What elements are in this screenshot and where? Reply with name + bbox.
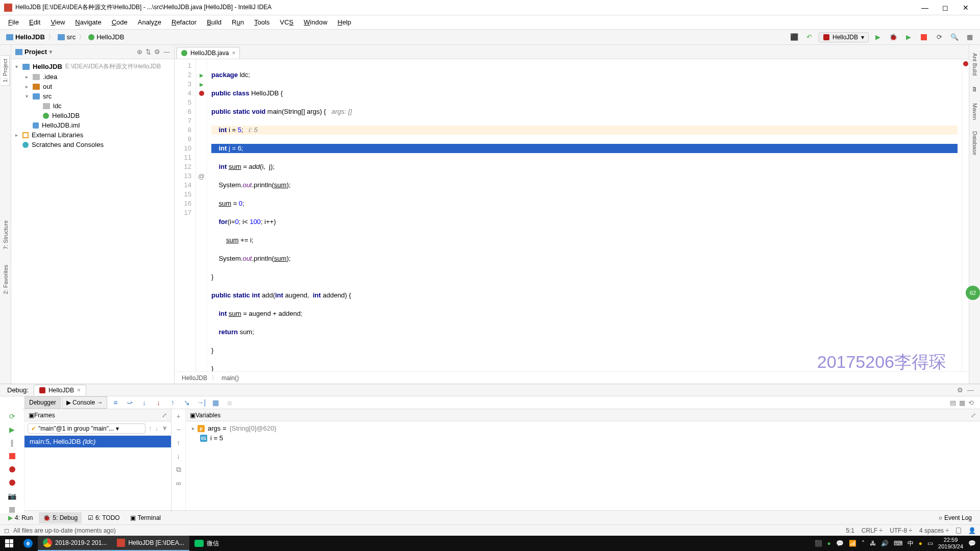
breadcrumb-root[interactable]: HelloJDB: [4, 33, 47, 41]
restore-icon[interactable]: ⤢: [971, 412, 976, 419]
taskbar-chrome[interactable]: 2018-2019-2 201...: [38, 536, 112, 551]
minimize-button[interactable]: —: [915, 0, 935, 15]
crumb-method[interactable]: main(): [222, 374, 239, 382]
menu-code[interactable]: Code: [107, 16, 133, 28]
floating-ball[interactable]: 62: [966, 286, 980, 300]
link-icon[interactable]: ∞: [176, 479, 181, 487]
crumb-class[interactable]: HelloJDB: [182, 374, 207, 382]
next-frame-icon[interactable]: ↓: [155, 424, 159, 432]
mute-breakpoints-icon[interactable]: [8, 479, 16, 487]
caret-position[interactable]: 5:1: [846, 527, 854, 534]
tray-icon[interactable]: ●: [919, 540, 922, 547]
favorites-tool-tab[interactable]: 2: Favorites: [2, 262, 10, 297]
tray-network-icon[interactable]: 🖧: [870, 540, 876, 547]
maven-tool-tab-label[interactable]: Maven: [971, 100, 979, 123]
tree-root[interactable]: ▾HelloJDBE:\IDEA\IDEA各种源文件\HelloJDB: [11, 61, 174, 72]
step-into-icon[interactable]: ↓: [138, 396, 150, 409]
debug-tool-window[interactable]: 🐞 5: Debug: [39, 512, 82, 523]
tree-idea[interactable]: ▸.idea: [11, 72, 174, 82]
tool-windows-icon[interactable]: ◻: [4, 527, 9, 534]
breakpoint-icon[interactable]: [199, 91, 204, 96]
menu-view[interactable]: View: [45, 16, 70, 28]
tray-volume-icon[interactable]: 🔊: [881, 540, 889, 547]
up-icon[interactable]: ↑: [177, 439, 180, 447]
debug-button[interactable]: 🐞: [887, 31, 899, 43]
tray-icon[interactable]: ▭: [927, 540, 933, 547]
nav-back-icon[interactable]: ↶: [803, 31, 816, 43]
taskbar-wechat[interactable]: 微信: [189, 536, 224, 551]
run-config-selector[interactable]: HelloJDB ▾: [819, 32, 869, 42]
get-thread-dump-icon[interactable]: 📷: [8, 492, 16, 500]
restore-layout-icon[interactable]: ⟲: [968, 399, 974, 407]
debugger-tab[interactable]: Debugger: [24, 396, 61, 409]
code-content[interactable]: package ldc; public class HelloJDB { pub…: [207, 59, 962, 371]
menu-tools[interactable]: Tools: [249, 16, 275, 28]
debug-session-tab[interactable]: HelloJDB ×: [34, 385, 86, 395]
breadcrumb-src[interactable]: src: [56, 33, 78, 41]
stack-frame[interactable]: main:5, HelloJDB (ldc): [24, 436, 171, 447]
taskbar-clock[interactable]: 22:59 2019/3/24: [938, 537, 963, 550]
ant-tool-tab[interactable]: Ant Build: [971, 50, 979, 79]
run-to-cursor-icon[interactable]: →|: [195, 396, 207, 409]
menu-navigate[interactable]: Navigate: [70, 16, 106, 28]
step-out-icon[interactable]: ↑: [166, 396, 179, 409]
gear-icon[interactable]: ⚙: [154, 48, 160, 56]
layout-icon2[interactable]: ▦: [959, 399, 965, 407]
tree-ldc[interactable]: ldc: [11, 101, 174, 111]
update-button[interactable]: ⟳: [933, 31, 945, 43]
variable-row[interactable]: ▸pargs = {String[0]@620}: [190, 423, 976, 433]
force-step-into-icon[interactable]: ↓: [152, 396, 164, 409]
variable-row[interactable]: 01i = 5: [190, 433, 976, 443]
run-gutter-icon[interactable]: ▶: [200, 82, 204, 87]
coverage-button[interactable]: ▶: [902, 31, 915, 43]
gear-icon[interactable]: ⚙: [957, 386, 963, 394]
tree-hellojdb-class[interactable]: HelloJDB: [11, 111, 174, 120]
menu-edit[interactable]: Edit: [24, 16, 45, 28]
console-tab[interactable]: ▶ Console →: [62, 396, 108, 409]
maximize-button[interactable]: ◻: [935, 0, 955, 15]
file-tab[interactable]: HelloJDB.java ×: [177, 47, 240, 59]
override-icon[interactable]: @: [198, 172, 205, 180]
run-gutter-icon[interactable]: ▶: [200, 72, 204, 78]
error-stripe[interactable]: [962, 59, 969, 371]
project-tool-tab[interactable]: 1: Project: [1, 55, 10, 86]
maven-tool-tab[interactable]: m: [971, 84, 979, 95]
view-breakpoints-icon[interactable]: [8, 465, 16, 473]
menu-vcs[interactable]: VCS: [275, 16, 299, 28]
taskbar-edge[interactable]: e: [18, 536, 38, 551]
thread-selector[interactable]: ✔ "main"@1 in group "main"... ▾: [28, 423, 145, 434]
tree-out[interactable]: ▸out: [11, 82, 174, 91]
menu-refactor[interactable]: Refactor: [166, 16, 202, 28]
copy-icon[interactable]: ⧉: [176, 465, 181, 474]
tree-iml[interactable]: HelloJDB.iml: [11, 120, 174, 130]
add-icon[interactable]: +: [176, 412, 180, 420]
code-editor[interactable]: 1234567891011121314151617 ▶ ▶ @ package …: [175, 59, 969, 371]
close-button[interactable]: ✕: [955, 0, 976, 15]
settings-button[interactable]: ▦: [964, 31, 976, 43]
indent-setting[interactable]: 4 spaces ÷: [919, 527, 949, 534]
tree-external-libs[interactable]: ▸External Libraries: [11, 130, 174, 140]
filter-icon[interactable]: ▼: [161, 424, 168, 432]
line-separator[interactable]: CRLF ÷: [862, 527, 883, 534]
taskbar-intellij[interactable]: HelloJDB [E:\IDEA...: [112, 536, 189, 551]
menu-file[interactable]: File: [3, 16, 24, 28]
inspections-icon[interactable]: 👤: [968, 527, 976, 534]
tree-src[interactable]: ▾src: [11, 91, 174, 101]
resume-button[interactable]: ▶: [8, 425, 16, 434]
database-tool-tab[interactable]: Database: [971, 128, 979, 158]
error-marker[interactable]: [963, 61, 968, 66]
terminal-tool-window[interactable]: ▣ Terminal: [126, 512, 165, 523]
todo-tool-window[interactable]: ☑ 6: TODO: [84, 512, 124, 523]
tray-icon[interactable]: ●: [827, 540, 831, 547]
start-button[interactable]: [0, 536, 18, 551]
hide-icon[interactable]: —: [163, 48, 170, 56]
tray-ime[interactable]: 中: [908, 539, 914, 548]
layout-icon[interactable]: ▤: [950, 399, 956, 407]
pause-button[interactable]: ‖: [8, 439, 16, 447]
search-button[interactable]: 🔍: [948, 31, 961, 43]
stop-button[interactable]: [918, 31, 930, 43]
tray-up-icon[interactable]: ˄: [862, 540, 865, 547]
file-encoding[interactable]: UTF-8 ÷: [890, 527, 912, 534]
notification-icon[interactable]: 💬: [968, 540, 976, 547]
close-icon[interactable]: ×: [77, 387, 81, 394]
